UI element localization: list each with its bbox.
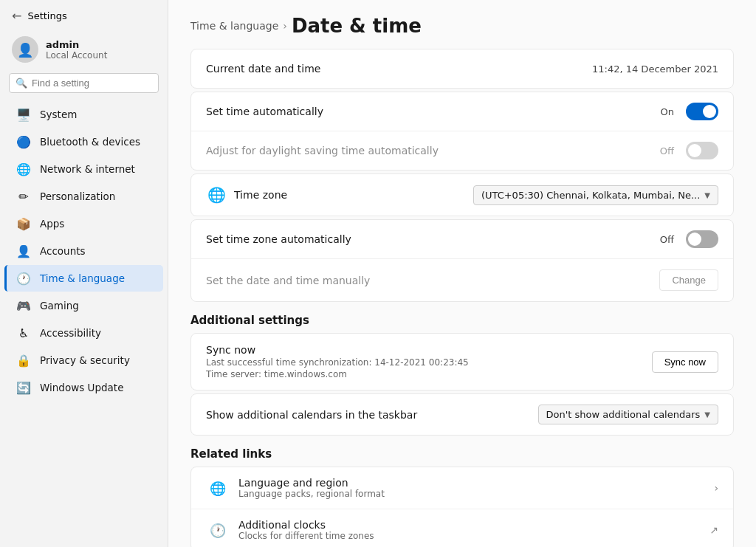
- sync-info: Sync now Last successful time synchroniz…: [206, 344, 469, 379]
- calendars-row: Show additional calendars in the taskbar…: [191, 394, 733, 435]
- sync-now-button[interactable]: Sync now: [652, 351, 718, 373]
- additional-clocks-icon: 🕐: [206, 518, 230, 542]
- back-arrow-icon: ←: [12, 9, 21, 23]
- sidebar-item-label-privacy: Privacy & security: [40, 354, 130, 366]
- calendars-card: Show additional calendars in the taskbar…: [190, 393, 734, 436]
- additional-clocks-text: Additional clocks Clocks for different t…: [238, 519, 374, 541]
- timezone-left: 🌐 Time zone: [206, 185, 287, 205]
- avatar-icon: 👤: [17, 42, 33, 58]
- set-time-auto-toggle-group: On: [661, 103, 718, 120]
- sidebar-item-accounts[interactable]: 👤Accounts: [4, 238, 163, 264]
- current-datetime-value: 11:42, 14 December 2021: [592, 63, 718, 75]
- additional-clocks-title: Additional clocks: [238, 519, 374, 531]
- sidebar-item-system[interactable]: 🖥️System: [4, 101, 163, 128]
- current-datetime-row: Current date and time 11:42, 14 December…: [191, 49, 733, 88]
- toggle-slider-on: [686, 103, 718, 120]
- timezone-auto-card: Set time zone automatically Off Set the …: [190, 219, 734, 302]
- user-name: admin: [46, 39, 107, 50]
- related-links-title: Related links: [190, 447, 734, 461]
- privacy-icon: 🔒: [16, 353, 31, 368]
- set-timezone-auto-label: Set time zone automatically: [206, 233, 351, 245]
- daylight-saving-toggle[interactable]: [686, 142, 718, 159]
- set-time-auto-toggle[interactable]: [686, 103, 718, 120]
- language-region-subtitle: Language packs, regional format: [238, 489, 385, 499]
- timezone-label: Time zone: [234, 189, 287, 201]
- time-icon: 🕐: [16, 271, 31, 286]
- sidebar-item-label-time: Time & language: [40, 272, 125, 284]
- nav-list: 🖥️System🔵Bluetooth & devices🌐Network & i…: [0, 100, 168, 402]
- additional-clocks-left: 🕐 Additional clocks Clocks for different…: [206, 518, 374, 542]
- language-region-left: 🌐 Language and region Language packs, re…: [206, 476, 385, 500]
- sidebar-item-label-gaming: Gaming: [40, 300, 79, 312]
- set-timezone-auto-row: Set time zone automatically Off: [191, 220, 733, 259]
- calendars-dropdown[interactable]: Don't show additional calendars ▼: [538, 405, 718, 424]
- sidebar-item-label-update: Windows Update: [40, 382, 123, 393]
- sidebar-item-label-bluetooth: Bluetooth & devices: [40, 136, 140, 148]
- personalization-icon: ✏️: [16, 189, 31, 204]
- sidebar-item-label-network: Network & internet: [40, 163, 135, 175]
- user-section: 👤 admin Local Account: [0, 29, 168, 73]
- sidebar-item-update[interactable]: 🔄Windows Update: [4, 374, 163, 401]
- daylight-saving-row: Adjust for daylight saving time automati…: [191, 131, 733, 170]
- update-icon: 🔄: [16, 380, 31, 395]
- time-settings-card: Set time automatically On Adjust for day…: [190, 92, 734, 171]
- timezone-card: 🌐 Time zone (UTC+05:30) Chennai, Kolkata…: [190, 173, 734, 216]
- calendars-label: Show additional calendars in the taskbar: [206, 409, 417, 421]
- related-links-card: 🌐 Language and region Language packs, re…: [190, 467, 734, 547]
- additional-clocks-subtitle: Clocks for different time zones: [238, 531, 374, 541]
- sidebar-item-accessibility[interactable]: ♿Accessibility: [4, 320, 163, 346]
- sync-server: Time server: time.windows.com: [206, 369, 469, 379]
- set-timezone-auto-state: Off: [660, 234, 674, 245]
- toggle-slider-tz-off: [686, 230, 718, 248]
- page-title: Date & time: [292, 15, 422, 37]
- sidebar-item-label-accounts: Accounts: [40, 245, 86, 257]
- set-timezone-auto-toggle[interactable]: [686, 230, 718, 248]
- set-time-auto-label: Set time automatically: [206, 106, 323, 117]
- timezone-row: 🌐 Time zone (UTC+05:30) Chennai, Kolkata…: [191, 174, 733, 216]
- daylight-saving-label: Adjust for daylight saving time automati…: [206, 145, 439, 156]
- timezone-dropdown[interactable]: (UTC+05:30) Chennai, Kolkata, Mumbai, Ne…: [473, 185, 718, 205]
- daylight-saving-toggle-group: Off: [660, 142, 718, 159]
- sidebar-item-label-system: System: [40, 109, 77, 120]
- breadcrumb-parent[interactable]: Time & language: [190, 20, 278, 32]
- additional-clocks-external-icon: ↗: [709, 524, 718, 536]
- main-content: Time & language › Date & time Current da…: [168, 0, 756, 547]
- current-datetime-label: Current date and time: [206, 63, 320, 75]
- set-time-auto-row: Set time automatically On: [191, 92, 733, 131]
- sidebar-item-bluetooth[interactable]: 🔵Bluetooth & devices: [4, 128, 163, 155]
- sidebar-item-privacy[interactable]: 🔒Privacy & security: [4, 347, 163, 374]
- sidebar-item-gaming[interactable]: 🎮Gaming: [4, 292, 163, 319]
- breadcrumb: Time & language › Date & time: [190, 15, 734, 37]
- timezone-dropdown-arrow: ▼: [704, 191, 710, 199]
- sidebar-item-personalization[interactable]: ✏️Personalization: [4, 183, 163, 210]
- additional-clocks-row[interactable]: 🕐 Additional clocks Clocks for different…: [191, 509, 733, 547]
- calendars-value: Don't show additional calendars: [546, 409, 701, 420]
- language-region-text: Language and region Language packs, regi…: [238, 477, 385, 499]
- language-region-icon: 🌐: [206, 476, 230, 500]
- manual-datetime-label: Set the date and time manually: [206, 275, 370, 286]
- change-datetime-button[interactable]: Change: [659, 269, 718, 291]
- sidebar-item-time[interactable]: 🕐Time & language: [4, 265, 163, 292]
- gaming-icon: 🎮: [16, 298, 31, 313]
- accounts-icon: 👤: [16, 244, 31, 258]
- back-button[interactable]: ← Settings: [0, 0, 168, 29]
- additional-settings-title: Additional settings: [190, 314, 734, 327]
- sidebar: ← Settings 👤 admin Local Account 🔍 🖥️Sys…: [0, 0, 168, 547]
- language-region-row[interactable]: 🌐 Language and region Language packs, re…: [191, 467, 733, 509]
- set-timezone-auto-toggle-group: Off: [660, 230, 718, 248]
- search-input[interactable]: [32, 78, 152, 89]
- bluetooth-icon: 🔵: [16, 134, 31, 149]
- sidebar-item-network[interactable]: 🌐Network & internet: [4, 156, 163, 182]
- user-info: admin Local Account: [46, 39, 107, 61]
- toggle-slider-off: [686, 142, 718, 159]
- breadcrumb-separator: ›: [283, 20, 287, 32]
- apps-icon: 📦: [16, 216, 31, 231]
- sidebar-item-apps[interactable]: 📦Apps: [4, 210, 163, 237]
- accessibility-icon: ♿: [16, 326, 31, 340]
- search-icon: 🔍: [16, 78, 27, 89]
- sync-title: Sync now: [206, 344, 469, 356]
- sidebar-item-label-personalization: Personalization: [40, 190, 115, 202]
- search-box[interactable]: 🔍: [9, 73, 159, 93]
- sidebar-item-label-accessibility: Accessibility: [40, 327, 101, 339]
- timezone-value: (UTC+05:30) Chennai, Kolkata, Mumbai, Ne…: [481, 190, 700, 201]
